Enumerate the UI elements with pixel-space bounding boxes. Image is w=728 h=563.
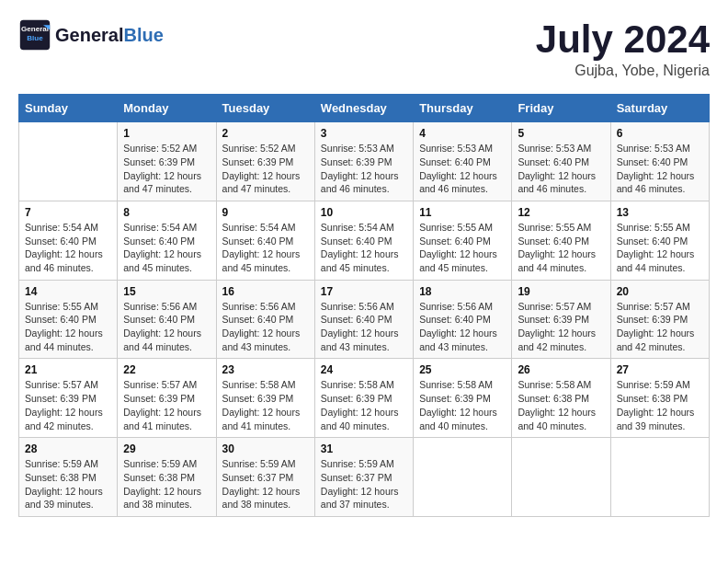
calendar-cell: 8Sunrise: 5:54 AM Sunset: 6:40 PM Daylig… <box>118 201 216 280</box>
col-header-tuesday: Tuesday <box>216 95 314 122</box>
day-info: Sunrise: 5:54 AM Sunset: 6:40 PM Dayligh… <box>321 221 407 275</box>
day-number: 31 <box>321 442 407 455</box>
logo-blue: Blue <box>123 25 163 45</box>
day-number: 13 <box>617 206 703 219</box>
day-info: Sunrise: 5:59 AM Sunset: 6:37 PM Dayligh… <box>222 457 309 511</box>
col-header-friday: Friday <box>512 95 610 122</box>
calendar-cell: 25Sunrise: 5:58 AM Sunset: 6:39 PM Dayli… <box>414 359 512 438</box>
day-number: 30 <box>222 442 309 455</box>
month-year: July 2024 <box>536 18 710 61</box>
title-block: July 2024 Gujba, Yobe, Nigeria <box>536 18 710 79</box>
col-header-monday: Monday <box>118 95 216 122</box>
calendar-cell: 19Sunrise: 5:57 AM Sunset: 6:39 PM Dayli… <box>512 280 610 359</box>
calendar-cell: 13Sunrise: 5:55 AM Sunset: 6:40 PM Dayli… <box>610 201 709 280</box>
calendar-cell: 12Sunrise: 5:55 AM Sunset: 6:40 PM Dayli… <box>512 201 610 280</box>
day-info: Sunrise: 5:56 AM Sunset: 6:40 PM Dayligh… <box>222 300 309 354</box>
calendar-cell: 2Sunrise: 5:52 AM Sunset: 6:39 PM Daylig… <box>216 122 314 201</box>
calendar-cell: 30Sunrise: 5:59 AM Sunset: 6:37 PM Dayli… <box>216 438 314 517</box>
day-number: 24 <box>321 363 407 376</box>
day-info: Sunrise: 5:53 AM Sunset: 6:40 PM Dayligh… <box>617 142 703 196</box>
calendar-cell <box>512 438 610 517</box>
day-number: 3 <box>321 127 407 140</box>
calendar-cell: 18Sunrise: 5:56 AM Sunset: 6:40 PM Dayli… <box>414 280 512 359</box>
day-info: Sunrise: 5:56 AM Sunset: 6:40 PM Dayligh… <box>419 300 506 354</box>
calendar-cell: 22Sunrise: 5:57 AM Sunset: 6:39 PM Dayli… <box>118 359 216 438</box>
day-info: Sunrise: 5:54 AM Sunset: 6:40 PM Dayligh… <box>123 221 210 275</box>
calendar-cell: 15Sunrise: 5:56 AM Sunset: 6:40 PM Dayli… <box>118 280 216 359</box>
location: Gujba, Yobe, Nigeria <box>536 63 710 79</box>
week-row-5: 28Sunrise: 5:59 AM Sunset: 6:38 PM Dayli… <box>19 438 710 517</box>
svg-text:General: General <box>21 25 49 33</box>
day-info: Sunrise: 5:53 AM Sunset: 6:40 PM Dayligh… <box>518 142 604 196</box>
day-number: 2 <box>222 127 309 140</box>
day-info: Sunrise: 5:52 AM Sunset: 6:39 PM Dayligh… <box>222 142 309 196</box>
header-row: SundayMondayTuesdayWednesdayThursdayFrid… <box>19 95 710 122</box>
day-info: Sunrise: 5:58 AM Sunset: 6:39 PM Dayligh… <box>419 378 506 432</box>
day-info: Sunrise: 5:57 AM Sunset: 6:39 PM Dayligh… <box>25 378 111 432</box>
day-number: 12 <box>518 206 604 219</box>
day-info: Sunrise: 5:56 AM Sunset: 6:40 PM Dayligh… <box>123 300 210 354</box>
day-number: 18 <box>419 285 506 298</box>
logo-icon: General Blue <box>18 18 51 52</box>
day-number: 9 <box>222 206 309 219</box>
day-number: 16 <box>222 285 309 298</box>
day-number: 26 <box>518 363 604 376</box>
day-info: Sunrise: 5:58 AM Sunset: 6:39 PM Dayligh… <box>222 378 309 432</box>
day-info: Sunrise: 5:55 AM Sunset: 6:40 PM Dayligh… <box>518 221 604 275</box>
calendar-cell: 21Sunrise: 5:57 AM Sunset: 6:39 PM Dayli… <box>19 359 118 438</box>
day-info: Sunrise: 5:55 AM Sunset: 6:40 PM Dayligh… <box>25 300 111 354</box>
day-number: 8 <box>123 206 210 219</box>
calendar-cell: 9Sunrise: 5:54 AM Sunset: 6:40 PM Daylig… <box>216 201 314 280</box>
day-info: Sunrise: 5:53 AM Sunset: 6:40 PM Dayligh… <box>419 142 506 196</box>
day-info: Sunrise: 5:58 AM Sunset: 6:38 PM Dayligh… <box>518 378 604 432</box>
day-number: 14 <box>25 285 111 298</box>
calendar-cell: 26Sunrise: 5:58 AM Sunset: 6:38 PM Dayli… <box>512 359 610 438</box>
day-number: 17 <box>321 285 407 298</box>
day-number: 29 <box>123 442 210 455</box>
day-info: Sunrise: 5:59 AM Sunset: 6:38 PM Dayligh… <box>25 457 111 511</box>
week-row-4: 21Sunrise: 5:57 AM Sunset: 6:39 PM Dayli… <box>19 359 710 438</box>
calendar-cell: 5Sunrise: 5:53 AM Sunset: 6:40 PM Daylig… <box>512 122 610 201</box>
day-info: Sunrise: 5:59 AM Sunset: 6:38 PM Dayligh… <box>617 378 703 432</box>
day-info: Sunrise: 5:53 AM Sunset: 6:39 PM Dayligh… <box>321 142 407 196</box>
day-info: Sunrise: 5:59 AM Sunset: 6:38 PM Dayligh… <box>123 457 210 511</box>
day-info: Sunrise: 5:54 AM Sunset: 6:40 PM Dayligh… <box>222 221 309 275</box>
day-number: 23 <box>222 363 309 376</box>
day-number: 4 <box>419 127 506 140</box>
page-header: General Blue GeneralBlue July 2024 Gujba… <box>18 18 710 79</box>
day-number: 15 <box>123 285 210 298</box>
week-row-3: 14Sunrise: 5:55 AM Sunset: 6:40 PM Dayli… <box>19 280 710 359</box>
day-info: Sunrise: 5:52 AM Sunset: 6:39 PM Dayligh… <box>123 142 210 196</box>
day-info: Sunrise: 5:57 AM Sunset: 6:39 PM Dayligh… <box>617 300 703 354</box>
day-number: 5 <box>518 127 604 140</box>
day-number: 10 <box>321 206 407 219</box>
day-number: 7 <box>25 206 111 219</box>
col-header-sunday: Sunday <box>19 95 118 122</box>
calendar-cell: 7Sunrise: 5:54 AM Sunset: 6:40 PM Daylig… <box>19 201 118 280</box>
calendar-cell <box>19 122 118 201</box>
day-info: Sunrise: 5:54 AM Sunset: 6:40 PM Dayligh… <box>25 221 111 275</box>
day-number: 20 <box>617 285 703 298</box>
day-number: 21 <box>25 363 111 376</box>
day-info: Sunrise: 5:57 AM Sunset: 6:39 PM Dayligh… <box>123 378 210 432</box>
calendar-cell: 16Sunrise: 5:56 AM Sunset: 6:40 PM Dayli… <box>216 280 314 359</box>
day-info: Sunrise: 5:57 AM Sunset: 6:39 PM Dayligh… <box>518 300 604 354</box>
col-header-wednesday: Wednesday <box>314 95 413 122</box>
calendar-cell: 29Sunrise: 5:59 AM Sunset: 6:38 PM Dayli… <box>118 438 216 517</box>
calendar-cell: 28Sunrise: 5:59 AM Sunset: 6:38 PM Dayli… <box>19 438 118 517</box>
day-number: 6 <box>617 127 703 140</box>
col-header-saturday: Saturday <box>610 95 709 122</box>
calendar-cell: 23Sunrise: 5:58 AM Sunset: 6:39 PM Dayli… <box>216 359 314 438</box>
logo-general: General <box>55 25 123 45</box>
calendar-cell: 17Sunrise: 5:56 AM Sunset: 6:40 PM Dayli… <box>314 280 413 359</box>
day-number: 22 <box>123 363 210 376</box>
calendar-cell <box>610 438 709 517</box>
calendar-cell: 10Sunrise: 5:54 AM Sunset: 6:40 PM Dayli… <box>314 201 413 280</box>
calendar-cell: 27Sunrise: 5:59 AM Sunset: 6:38 PM Dayli… <box>610 359 709 438</box>
svg-text:Blue: Blue <box>27 34 43 42</box>
day-info: Sunrise: 5:56 AM Sunset: 6:40 PM Dayligh… <box>321 300 407 354</box>
calendar-cell: 1Sunrise: 5:52 AM Sunset: 6:39 PM Daylig… <box>118 122 216 201</box>
calendar-cell: 11Sunrise: 5:55 AM Sunset: 6:40 PM Dayli… <box>414 201 512 280</box>
day-number: 27 <box>617 363 703 376</box>
calendar-cell: 14Sunrise: 5:55 AM Sunset: 6:40 PM Dayli… <box>19 280 118 359</box>
